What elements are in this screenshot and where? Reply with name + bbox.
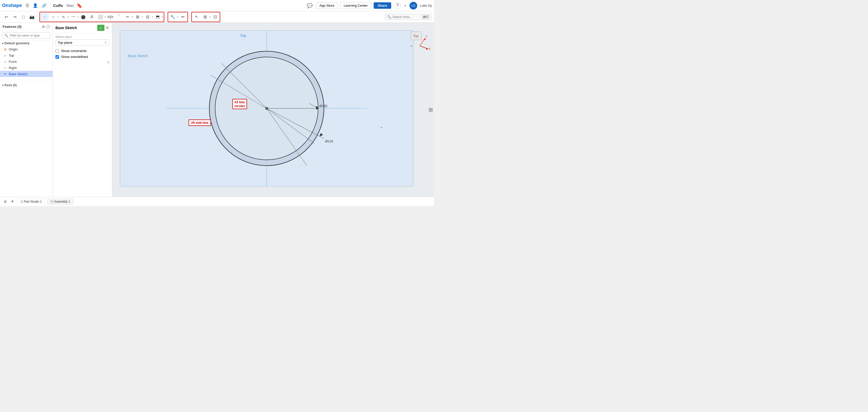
line-tool-button[interactable]: ⟋	[40, 13, 49, 21]
search-icon: 🔍	[387, 15, 391, 19]
default-geometry-group[interactable]: ▾ Default geometry	[0, 40, 53, 46]
filter-icon[interactable]: ⊞	[42, 25, 45, 29]
show-constraints-checkbox[interactable]	[56, 49, 59, 53]
sketch-plane-clear-icon[interactable]: ✕	[104, 41, 107, 44]
mirror-button[interactable]: ⊞	[133, 13, 142, 21]
tab-assembly[interactable]: ⬡ Assembly 1	[47, 199, 73, 205]
sketch-viewport: Top Base Sketch	[120, 30, 413, 186]
select-button[interactable]: ↖	[192, 13, 200, 21]
select3-button[interactable]: ⊡	[211, 13, 219, 21]
trim-caret[interactable]: ▾	[132, 16, 133, 18]
spline-caret[interactable]: ▾	[78, 16, 79, 18]
tree-item-right[interactable]: ▱ Right	[0, 65, 53, 71]
sketch-tools-group: #1 ⟋ ○ ▾ ∿ ▾ 〰 ▾ ⬤ A ⬜ ▾ ≡|≡ ⌒ ✂ ▾ ⊞ ▾ ⊟…	[39, 12, 164, 22]
right-label: Right	[9, 66, 50, 70]
chevron-down-icon[interactable]: ▾	[404, 3, 407, 8]
origin-label: Origin	[9, 47, 50, 51]
clock-icon[interactable]: 🕐	[46, 25, 50, 29]
parts-group[interactable]: ▾ Parts (0)	[0, 82, 53, 88]
tree-item-origin[interactable]: ⊕ Origin	[0, 46, 53, 52]
circle-caret[interactable]: ▾	[58, 16, 59, 18]
point-button[interactable]: ⬤	[79, 13, 87, 21]
tree-item-base-sketch[interactable]: ✏ Base Sketch	[0, 71, 53, 77]
fillet-button[interactable]: ⌒	[115, 13, 123, 21]
avatar[interactable]: LS	[409, 2, 417, 9]
sketch-plane-field: Sketch plane Top plane ✕	[53, 33, 112, 48]
text-button[interactable]: A	[88, 13, 96, 21]
trim-button[interactable]: ✂	[123, 13, 131, 21]
search-tools-input[interactable]	[392, 15, 421, 19]
help-icon[interactable]: ?	[107, 61, 109, 65]
default-geometry-label: Default geometry	[4, 41, 30, 45]
arc-caret[interactable]: ▾	[68, 16, 69, 18]
appstore-button[interactable]: App Store	[316, 2, 338, 9]
convert-button[interactable]: ⬒	[153, 13, 162, 21]
part-studio-icon: ⬡	[20, 200, 23, 203]
part-studio-label: Part Studio 1	[24, 200, 42, 203]
sel-caret[interactable]: ▾	[209, 16, 211, 18]
comment-icon[interactable]: 💬	[306, 2, 314, 9]
help-button[interactable]: ?	[394, 2, 401, 9]
dim-label-110: Ø110	[325, 140, 333, 143]
orient-svg: Y X Top ◂	[409, 30, 430, 59]
camera-button[interactable]: 📷	[28, 13, 36, 21]
annotation-2: #2 two circles	[232, 99, 247, 109]
file-button[interactable]: □	[19, 13, 28, 21]
file-tools-group: □ 📷	[19, 13, 36, 21]
hamburger-icon[interactable]: ☰	[25, 2, 30, 9]
add-tab-icon[interactable]: +	[10, 198, 15, 205]
features-header: Features (5) ⊞ 🕐	[0, 23, 53, 31]
bookmark-icon[interactable]: 🔖	[75, 2, 83, 9]
sketch-panel-title: Base Sketch	[56, 26, 77, 30]
circle-tool-button[interactable]: ○	[49, 13, 57, 21]
undo-button[interactable]: ↩	[2, 13, 10, 21]
selection-tools-group: #4 ↖ ⊞ ▾ ⊡	[191, 12, 220, 22]
redo-button[interactable]: ↪	[10, 13, 19, 21]
assembly-label: Assembly 1	[54, 200, 70, 203]
pattern-caret[interactable]: ▾	[152, 16, 153, 18]
sketch-svg: Ø100 Ø110	[120, 31, 413, 186]
sidebar-header-icons: ⊞ 🕐	[42, 25, 50, 29]
extra-tools-group: #3 🔧 ▾ ✏	[167, 12, 188, 22]
tab-part-studio[interactable]: ⬡ Part Studio 1	[17, 199, 45, 205]
side-edit-icon[interactable]: ⊞	[429, 107, 433, 113]
spline-button[interactable]: 〰	[69, 13, 78, 21]
arrow-outer	[319, 133, 323, 136]
navbar: Onshape ☰ 👤 🔗 Cuffs Main 🔖 💬 App Store L…	[0, 0, 434, 11]
front-plane-icon: ▱	[3, 60, 7, 64]
doc-tab: Main	[66, 4, 74, 7]
sketch-panel-header: Base Sketch ✓ ✕	[53, 23, 112, 33]
people-icon[interactable]: 👤	[32, 2, 39, 9]
svg-text:X: X	[429, 47, 430, 50]
link-icon[interactable]: 🔗	[40, 2, 48, 9]
rect-caret[interactable]: ▾	[105, 16, 106, 18]
learning-center-button[interactable]: Learning Center	[340, 2, 371, 9]
pattern-button[interactable]: ⊟	[144, 13, 152, 21]
onshape-logo[interactable]: Onshape	[2, 3, 22, 8]
orientation-widget[interactable]: Y X Top ◂	[409, 30, 430, 59]
select2-button[interactable]: ⊞	[201, 13, 209, 21]
cancel-button[interactable]: ✕	[105, 25, 109, 31]
rectangle-button[interactable]: ⬜	[96, 13, 104, 21]
filter-input[interactable]	[10, 34, 48, 37]
keyboard-shortcut-label: alt C	[422, 15, 430, 19]
confirm-button[interactable]: ✓	[97, 25, 104, 31]
svg-text:Y: Y	[426, 35, 428, 38]
settings-icon[interactable]: ⚙	[3, 199, 8, 205]
parts-collapse-icon: ▾	[2, 84, 3, 87]
dimension-button[interactable]: ≡|≡	[106, 13, 115, 21]
convert-caret[interactable]: ▾	[162, 16, 163, 18]
arc-tool-button[interactable]: ∿	[59, 13, 67, 21]
tree-item-top[interactable]: ▱ Top	[0, 52, 53, 59]
share-button[interactable]: Share	[374, 2, 391, 9]
tree-item-front[interactable]: ▱ Front	[0, 59, 53, 65]
show-overdefined-checkbox[interactable]	[56, 55, 59, 59]
show-overdefined-label: Show overdefined	[61, 55, 88, 59]
nav-separator	[50, 3, 51, 9]
separator4	[222, 14, 222, 20]
pencil-button[interactable]: ✏	[179, 13, 187, 21]
wand-button[interactable]: 🔧	[169, 13, 177, 21]
mirror-caret[interactable]: ▾	[142, 16, 143, 18]
sketch-plane-select[interactable]: Top plane ✕	[56, 39, 109, 46]
wand-caret[interactable]: ▾	[177, 16, 179, 18]
